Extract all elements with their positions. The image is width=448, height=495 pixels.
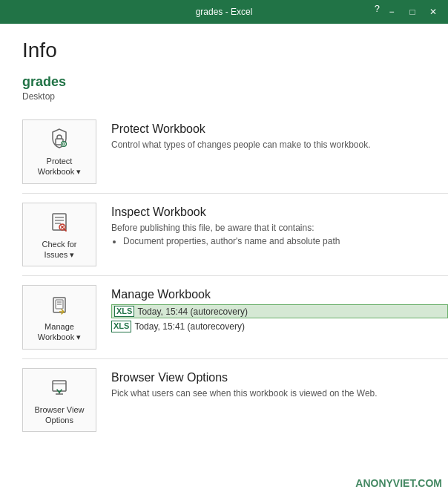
help-button[interactable]: ? (375, 3, 380, 21)
autorecover-label-1: Today, 15:44 (autorecovery) (137, 306, 248, 317)
manage-icon (46, 292, 73, 318)
xls-icon-1: XLS (114, 306, 134, 317)
autorecover-item-2[interactable]: XLS Today, 15:41 (autorecovery) (111, 321, 448, 332)
main-content: Info grades Desktop ProtectWorkbook ▾ Pr… (0, 24, 448, 495)
section-inspect: Check forIssues ▾ Inspect Workbook Befor… (22, 200, 448, 270)
browser-title: Browser View Options (111, 371, 448, 384)
svg-rect-17 (53, 381, 66, 391)
divider-2 (22, 275, 448, 276)
manage-info: Manage Workbook XLS Today, 15:44 (autore… (111, 285, 448, 332)
page-title: Info (22, 39, 448, 62)
inspect-title: Inspect Workbook (111, 206, 448, 219)
browser-info: Browser View Options Pick what users can… (111, 368, 448, 400)
section-browser: Browser ViewOptions Browser View Options… (22, 365, 448, 436)
protect-desc: Control what types of changes people can… (111, 139, 448, 151)
check-issues-button[interactable]: Check forIssues ▾ (22, 203, 96, 267)
manage-button-label: ManageWorkbook ▾ (38, 321, 81, 343)
check-issues-label: Check forIssues ▾ (42, 239, 76, 260)
section-manage: ManageWorkbook ▾ Manage Workbook XLS Tod… (22, 282, 448, 353)
browser-view-button[interactable]: Browser ViewOptions (22, 368, 96, 433)
protect-workbook-button[interactable]: ProtectWorkbook ▾ (22, 119, 96, 184)
manage-title: Manage Workbook (111, 288, 448, 301)
autorecover-label-2: Today, 15:41 (autorecovery) (134, 321, 245, 332)
protect-button-label: ProtectWorkbook ▾ (38, 156, 81, 177)
minimize-button[interactable]: − (383, 3, 401, 21)
protect-info: Protect Workbook Control what types of c… (111, 119, 448, 151)
autorecover-item-1[interactable]: XLS Today, 15:44 (autorecovery) (111, 304, 448, 318)
manage-workbook-button[interactable]: ManageWorkbook ▾ (22, 285, 96, 350)
inspect-desc-list: Document properties, author's name and a… (111, 235, 448, 248)
watermark: ANONYVIET.COM (355, 477, 442, 489)
section-protect: ProtectWorkbook ▾ Protect Workbook Contr… (22, 117, 448, 187)
divider-1 (22, 193, 448, 194)
window-controls: ? − □ ✕ (375, 3, 442, 21)
close-button[interactable]: ✕ (424, 3, 442, 21)
inspect-list-item: Document properties, author's name and a… (123, 235, 448, 248)
xls-icon-2: XLS (111, 321, 131, 332)
title-bar: grades - Excel ? − □ ✕ (0, 0, 448, 24)
browser-desc: Pick what users can see when this workbo… (111, 387, 448, 400)
inspect-desc-prefix: Before publishing this file, be aware th… (111, 222, 448, 235)
info-panel: Info grades Desktop ProtectWorkbook ▾ Pr… (0, 24, 448, 495)
protect-icon (46, 126, 73, 153)
inspect-info: Inspect Workbook Before publishing this … (111, 203, 448, 249)
file-name: grades (22, 74, 448, 90)
title-bar-title: grades - Excel (196, 7, 253, 17)
divider-3 (22, 358, 448, 359)
autorecover-list: XLS Today, 15:44 (autorecovery) XLS Toda… (111, 304, 448, 332)
maximize-button[interactable]: □ (403, 3, 421, 21)
inspect-icon (46, 209, 73, 236)
browser-icon (46, 375, 73, 401)
protect-title: Protect Workbook (111, 122, 448, 136)
browser-button-label: Browser ViewOptions (34, 404, 84, 426)
svg-point-3 (63, 143, 65, 145)
file-location: Desktop (22, 91, 448, 102)
